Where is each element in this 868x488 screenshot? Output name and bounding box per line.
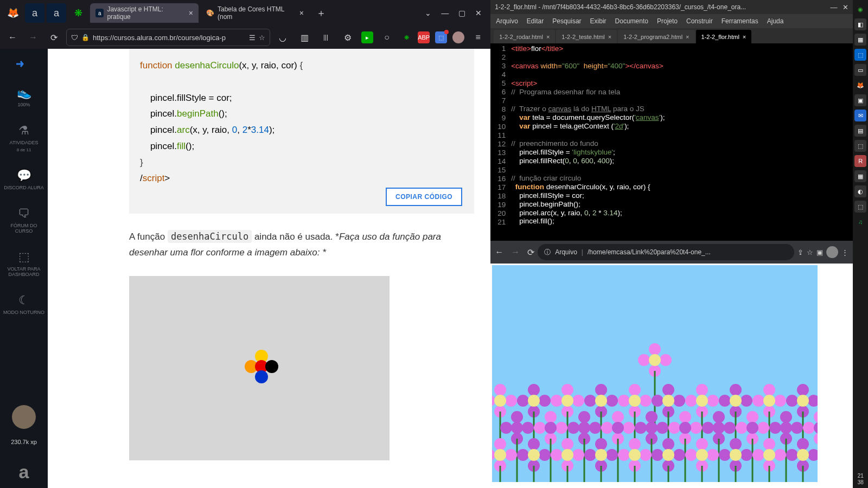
- tab-active[interactable]: a Javascript e HTML: pratique ×: [90, 3, 199, 23]
- dock-icon[interactable]: ▣: [854, 94, 866, 106]
- page-action-icon[interactable]: ☰: [249, 34, 256, 42]
- evernote-icon[interactable]: ❋: [400, 31, 412, 43]
- ext-icon-circle[interactable]: ○: [379, 29, 395, 46]
- menu-item[interactable]: Arquivo: [496, 17, 518, 25]
- firefox-window: 🦊 a a ❋ a Javascript e HTML: pratique × …: [0, 0, 490, 488]
- geany-tabs: 1-2-2_rodar.html×1-2-2_teste.html×1-2-2_…: [490, 28, 853, 43]
- firefox-toolbar: ← → ⟳ 🛡 🔒 https://cursos.alura.com.br/co…: [0, 26, 490, 49]
- menu-item[interactable]: Pesquisar: [552, 17, 581, 25]
- bookmark-icon[interactable]: ☆: [807, 248, 813, 256]
- close-icon[interactable]: ×: [299, 9, 304, 17]
- info-icon: ⓘ: [544, 248, 551, 257]
- dock-icon[interactable]: ◧: [854, 18, 866, 30]
- dock-icon[interactable]: R: [854, 155, 866, 167]
- sidebar-item-noturno[interactable]: ☾ MODO NOTURNO: [0, 290, 48, 318]
- back-button[interactable]: ←: [495, 247, 503, 258]
- pinned-tab-3[interactable]: ❋: [68, 3, 88, 23]
- pinned-tab-1[interactable]: a: [25, 3, 44, 23]
- menu-item[interactable]: Ajuda: [767, 17, 784, 25]
- avatar-icon[interactable]: [452, 31, 464, 43]
- back-button[interactable]: ←: [4, 29, 21, 46]
- dock-icon[interactable]: ◉: [854, 3, 866, 15]
- dock-icon[interactable]: ⬚: [854, 49, 866, 61]
- menu-button[interactable]: ⋮: [841, 248, 848, 256]
- shoe-icon: 👟: [17, 86, 31, 100]
- menu-item[interactable]: Exibir: [590, 17, 607, 25]
- list-tabs-icon[interactable]: ⌄: [425, 9, 431, 17]
- prose-code: desenhaCirculo: [168, 230, 252, 243]
- pinned-tab-2[interactable]: a: [47, 3, 66, 23]
- tab-favicon: a: [95, 9, 104, 17]
- dock-icon[interactable]: ▭: [854, 64, 866, 76]
- alura-logo[interactable]: [12, 55, 36, 73]
- close-icon[interactable]: ×: [546, 34, 550, 40]
- forward-button[interactable]: →: [511, 247, 520, 258]
- dock-icon[interactable]: ▤: [854, 125, 866, 137]
- dock-icon[interactable]: ▦: [854, 34, 866, 46]
- dock-icon[interactable]: ⬚: [854, 201, 866, 213]
- dock-icon[interactable]: 🦊: [854, 79, 866, 91]
- menu-button[interactable]: ≡: [470, 29, 486, 46]
- close-icon[interactable]: ×: [189, 9, 193, 17]
- ext-icon-green[interactable]: ▸: [361, 31, 373, 43]
- library-icon[interactable]: ⫼: [318, 29, 334, 46]
- dock-icon[interactable]: ◐: [854, 185, 866, 197]
- editor-tab[interactable]: 1-2-2_programa2.html×: [618, 30, 694, 43]
- flask-icon: ⚗: [18, 124, 29, 138]
- profile-icon[interactable]: [826, 246, 838, 258]
- lock-icon: 🔒: [81, 34, 90, 41]
- abp-icon[interactable]: ABP: [418, 31, 430, 43]
- sidebar-item-discord[interactable]: 💬 DISCORD ALURA: [1, 165, 47, 194]
- user-avatar[interactable]: [12, 405, 36, 429]
- menu-item[interactable]: Ferramentas: [722, 17, 758, 25]
- menu-item[interactable]: Editar: [527, 17, 544, 25]
- panel-icon[interactable]: ▣: [816, 248, 823, 256]
- dock-icon[interactable]: ✉: [854, 110, 866, 121]
- reload-button[interactable]: ⟳: [527, 247, 534, 258]
- code-content[interactable]: <title>flor</title> <canvas width="600" …: [509, 43, 853, 241]
- reader-icon[interactable]: ▥: [296, 29, 312, 46]
- close-icon[interactable]: ×: [743, 34, 746, 40]
- shield-icon: 🛡: [71, 34, 78, 42]
- bookmark-icon[interactable]: ☆: [259, 34, 265, 42]
- reload-button[interactable]: ⟳: [46, 29, 62, 46]
- close-icon[interactable]: ×: [686, 34, 689, 40]
- forward-button[interactable]: →: [25, 29, 41, 46]
- url-bar[interactable]: 🛡 🔒 https://cursos.alura.com.br/course/l…: [66, 29, 270, 46]
- menu-item[interactable]: Documento: [615, 17, 648, 25]
- firefox-window-controls: ⌄ — ▢ ✕: [425, 9, 487, 17]
- alura-sidebar: 👟 100% ⚗ ATIVIDADES 8 de 11 💬 DISCORD AL…: [0, 49, 48, 488]
- copy-code-button[interactable]: COPIAR CÓDIGO: [386, 188, 462, 206]
- firefox-tab-bar: 🦊 a a ❋ a Javascript e HTML: pratique × …: [0, 0, 490, 26]
- pocket-icon[interactable]: ◡: [275, 29, 291, 46]
- close-button[interactable]: ✕: [475, 9, 482, 17]
- menu-item[interactable]: Projeto: [657, 17, 678, 25]
- ext-icon-1[interactable]: ⚙: [340, 29, 356, 46]
- sidebar-item-label: MODO NOTURNO: [3, 310, 44, 315]
- new-tab-button[interactable]: ＋: [311, 3, 331, 23]
- maximize-button[interactable]: ▢: [458, 9, 465, 17]
- sidebar-item-atividades[interactable]: ⚗ ATIVIDADES 8 de 11: [7, 120, 42, 156]
- minimize-button[interactable]: —: [441, 9, 449, 17]
- menu-item[interactable]: Construir: [686, 17, 713, 25]
- clock: 21 38: [858, 473, 864, 488]
- ext-icon-badge[interactable]: ⬚: [435, 31, 447, 43]
- editor-tab[interactable]: 1-2-2_flor.html×: [696, 30, 752, 43]
- share-icon[interactable]: ⇪: [797, 248, 803, 256]
- tab-inactive[interactable]: 🎨 Tabela de Cores HTML (nom ×: [201, 3, 309, 23]
- geany-editor[interactable]: 123456789101112131415161718192021 <title…: [490, 43, 853, 241]
- minimize-button[interactable]: —: [830, 3, 837, 11]
- os-dock: ◉ ◧ ▦ ⬚ ▭ 🦊 ▣ ✉ ▤ ⬚ R ▦ ◐ ⬚ ♫ 21 38: [853, 0, 868, 488]
- prose-text: A função: [129, 232, 168, 242]
- dock-icon[interactable]: ♫: [854, 216, 866, 228]
- dock-icon[interactable]: ▦: [854, 170, 866, 182]
- chrome-url-bar[interactable]: ⓘ Arquivo | /home/emcasa/Link%20para%20t…: [538, 244, 794, 260]
- sidebar-item-dashboard[interactable]: ⬚ VOLTAR PARA DASHBOARD: [0, 247, 48, 280]
- close-button[interactable]: ✕: [843, 3, 848, 11]
- geany-menubar: ArquivoEditarPesquisarExibirDocumentoPro…: [490, 14, 853, 28]
- editor-tab[interactable]: 1-2-2_teste.html×: [556, 30, 617, 43]
- close-icon[interactable]: ×: [608, 34, 611, 40]
- editor-tab[interactable]: 1-2-2_rodar.html×: [494, 30, 555, 43]
- dock-icon[interactable]: ⬚: [854, 140, 866, 152]
- sidebar-item-forum[interactable]: 🗨 FÓRUM DO CURSO: [0, 203, 48, 237]
